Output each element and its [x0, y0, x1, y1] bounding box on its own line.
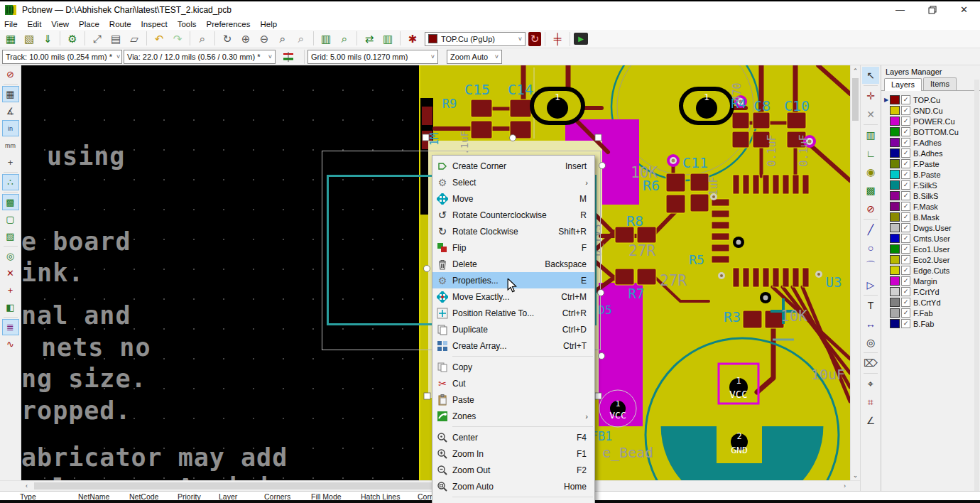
layer-color-swatch[interactable] — [890, 298, 900, 307]
layer-color-swatch[interactable] — [890, 106, 900, 115]
menu-file[interactable]: File — [4, 20, 18, 28]
pads-sketch-icon[interactable]: ◎ — [2, 248, 19, 264]
show-3d-viewer-button[interactable]: ▶ — [574, 33, 588, 45]
layer-visibility-checkbox[interactable]: ✓ — [901, 287, 910, 296]
layer-color-swatch[interactable] — [890, 170, 900, 179]
context-menu-item-move[interactable]: MoveM — [432, 190, 594, 207]
layer-color-swatch[interactable] — [890, 266, 900, 275]
context-menu-item-zoom[interactable]: Zoom — [432, 499, 594, 503]
vias-sketch-icon[interactable]: ✕ — [2, 265, 19, 281]
scroll-down-icon[interactable]: ⌄ — [851, 470, 860, 480]
high-contrast-icon[interactable]: ◧ — [2, 299, 19, 315]
context-menu-item-rotate-counterclockwise[interactable]: ↺Rotate CounterclockwiseR — [432, 207, 594, 223]
layer-row-cmts.user[interactable]: ✓Cmts.User — [881, 233, 980, 244]
layer-visibility-checkbox[interactable]: ✓ — [901, 298, 910, 307]
layer-row-eco2.user[interactable]: ✓Eco2.User — [881, 254, 980, 265]
layer-row-f.paste[interactable]: ✓F.Paste — [881, 158, 980, 169]
add-keepout-icon[interactable]: ⊘ — [862, 200, 879, 217]
layer-color-swatch[interactable] — [890, 138, 900, 147]
zoom-out-icon[interactable]: ⊖ — [256, 31, 273, 47]
layer-color-swatch[interactable] — [890, 191, 900, 200]
add-target-icon[interactable]: ◎ — [862, 334, 879, 351]
drc-off-icon[interactable]: ⊘ — [2, 66, 19, 82]
context-menu-item-zones[interactable]: Zones› — [432, 408, 594, 424]
delete-tool-icon[interactable]: ⌦ — [862, 355, 879, 372]
zone-sketch-icon[interactable]: ▨ — [2, 228, 19, 244]
zoom-in-icon[interactable]: ⊕ — [237, 31, 254, 47]
draw-polygon-icon[interactable]: ▷ — [862, 276, 879, 293]
refresh-icon[interactable]: ↻ — [219, 31, 236, 47]
layer-color-swatch[interactable] — [890, 308, 900, 318]
swap-layer-button[interactable]: ↻ — [528, 32, 541, 46]
layer-color-swatch[interactable] — [890, 223, 900, 232]
route-tracks-icon[interactable]: ∟ — [862, 145, 879, 162]
page-settings-icon[interactable]: ⤢ — [89, 31, 106, 47]
layers-panel-scrollbar[interactable] — [974, 80, 979, 492]
layer-row-b.silks[interactable]: ✓B.SilkS — [881, 190, 980, 201]
menu-tools[interactable]: Tools — [178, 20, 197, 28]
layer-color-swatch[interactable] — [890, 234, 900, 243]
units-inch-icon[interactable]: in — [2, 120, 19, 136]
menu-view[interactable]: View — [51, 20, 69, 28]
board-setup-icon[interactable]: ⚙ — [64, 31, 81, 47]
layer-visibility-checkbox[interactable]: ✓ — [901, 212, 910, 222]
layer-row-f.adhes[interactable]: ✓F.Adhes — [881, 137, 980, 148]
context-menu-item-center[interactable]: CenterF4 — [432, 429, 594, 445]
track-width-selector[interactable]: Track: 10.00 mils (0.254 mm) *˅ — [2, 50, 122, 64]
context-menu-item-flip[interactable]: FlipF — [432, 239, 594, 256]
layer-visibility-checkbox[interactable]: ✓ — [901, 276, 910, 286]
layer-row-b.fab[interactable]: ✓B.Fab — [881, 318, 980, 329]
add-zone-icon[interactable]: ▩ — [862, 182, 879, 199]
layer-color-swatch[interactable] — [890, 127, 900, 136]
layer-visibility-checkbox[interactable]: ✓ — [901, 191, 910, 200]
layer-color-swatch[interactable] — [890, 117, 900, 126]
find-icon[interactable]: ⌕ — [194, 31, 211, 47]
menu-place[interactable]: Place — [79, 20, 99, 28]
menu-route[interactable]: Route — [109, 20, 131, 28]
add-text-icon[interactable]: T — [862, 297, 879, 314]
open-board-icon[interactable]: ▧ — [21, 31, 38, 47]
context-menu-item-rotate-clockwise[interactable]: ↻Rotate ClockwiseShift+R — [432, 223, 594, 239]
layer-visibility-checkbox[interactable]: ✓ — [901, 148, 910, 158]
context-menu-item-position-relative-to[interactable]: Position Relative To...Ctrl+R — [432, 305, 594, 321]
layer-row-b.mask[interactable]: ✓B.Mask — [881, 212, 980, 222]
layer-color-swatch[interactable] — [890, 212, 900, 222]
print-icon[interactable]: ▤ — [107, 31, 124, 47]
layer-color-swatch[interactable] — [890, 180, 900, 190]
layers-manager-toggle-icon[interactable]: ≣ — [2, 319, 19, 335]
grid-visibility-icon[interactable]: ▦ — [2, 86, 19, 102]
layer-visibility-checkbox[interactable]: ✓ — [901, 127, 910, 136]
layer-row-b.adhes[interactable]: ✓B.Adhes — [881, 148, 980, 158]
zone-outline-icon[interactable]: ▢ — [2, 211, 19, 227]
layer-color-swatch[interactable] — [890, 276, 900, 286]
add-via-icon[interactable]: ◉ — [862, 163, 879, 180]
grid-origin-icon[interactable]: ⌗ — [862, 394, 879, 411]
layer-row-f.mask[interactable]: ✓F.Mask — [881, 201, 980, 212]
layer-visibility-checkbox[interactable]: ✓ — [901, 159, 910, 168]
footprint-viewer-icon[interactable]: ⌕ — [336, 31, 353, 47]
layer-row-f.fab[interactable]: ✓F.Fab — [881, 308, 980, 318]
layer-visibility-checkbox[interactable]: ✓ — [901, 138, 910, 147]
grid-selector[interactable]: Grid: 5.00 mils (0.1270 mm)˅ — [307, 50, 438, 64]
tab-layers[interactable]: Layers — [884, 78, 922, 91]
redo-icon[interactable]: ↷ — [169, 31, 186, 47]
layer-visibility-checkbox[interactable]: ✓ — [901, 117, 910, 126]
minimize-button[interactable]: — — [884, 1, 916, 18]
save-board-icon[interactable]: ⇓ — [39, 31, 56, 47]
layer-visibility-checkbox[interactable]: ✓ — [901, 244, 910, 254]
layer-visibility-checkbox[interactable]: ✓ — [901, 319, 910, 328]
select-tool-icon[interactable]: ↖ — [862, 67, 879, 84]
add-footprint-icon[interactable]: ▥ — [862, 126, 879, 144]
layer-row-power.cu[interactable]: ✓POWER.Cu — [881, 116, 980, 126]
vertical-scrollbar[interactable]: ⌃ ⌄ — [850, 65, 860, 480]
layer-visibility-checkbox[interactable]: ✓ — [901, 180, 910, 190]
layer-color-swatch[interactable] — [890, 287, 900, 296]
layer-row-edge.cuts[interactable]: ✓Edge.Cuts — [881, 265, 980, 276]
horizontal-scroll-thumb[interactable] — [34, 482, 432, 490]
vertical-scroll-thumb[interactable] — [852, 78, 859, 121]
menu-help[interactable]: Help — [261, 20, 278, 28]
layer-color-swatch[interactable] — [890, 319, 900, 328]
context-menu-item-create-array[interactable]: Create Array...Ctrl+T — [432, 337, 594, 354]
layer-color-swatch[interactable] — [890, 148, 900, 158]
layer-selector[interactable]: TOP.Cu (PgUp) ˅ — [425, 32, 526, 46]
